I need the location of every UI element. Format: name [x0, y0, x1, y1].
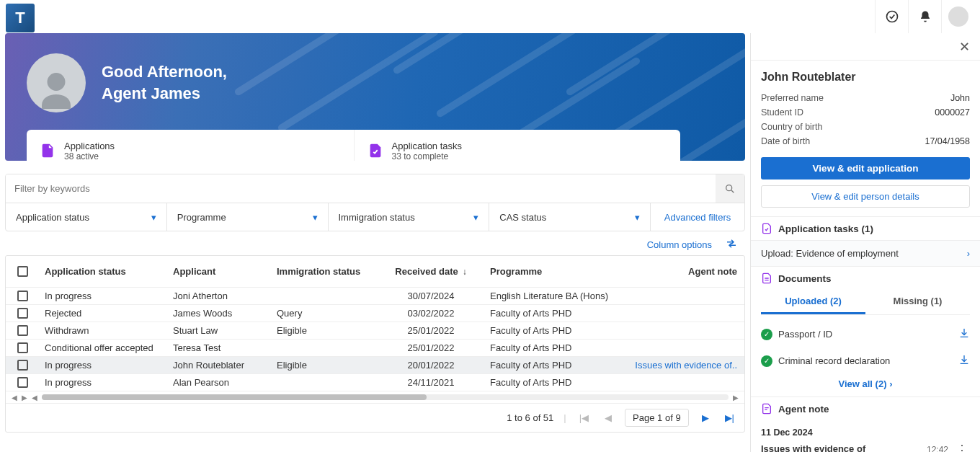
swap-columns-icon[interactable]: [725, 237, 738, 252]
col-programme[interactable]: Programme: [484, 266, 623, 277]
tasks-section-title: Application tasks (1): [778, 223, 873, 234]
dashboard-banner: Good Afternoon, Agent James Applications…: [5, 33, 745, 161]
chevron-down-icon: ▾: [313, 212, 318, 223]
pager-next[interactable]: ▶: [699, 412, 712, 423]
applications-sub: 38 active: [64, 151, 115, 161]
tab-missing[interactable]: Missing (1): [865, 290, 970, 314]
download-icon[interactable]: [958, 354, 970, 368]
keyword-filter-input[interactable]: [6, 174, 716, 203]
col-applicant[interactable]: Applicant: [167, 266, 271, 277]
greeting-line1: Good Afternoon,: [102, 63, 227, 81]
row-checkbox[interactable]: [17, 342, 28, 353]
chevron-down-icon: ▾: [151, 212, 156, 223]
filter-cas-status[interactable]: CAS status ▾: [489, 203, 651, 231]
summary-applications[interactable]: Applications 38 active: [27, 130, 354, 161]
greeting-text: Good Afternoon, Agent James: [102, 61, 227, 104]
user-avatar[interactable]: [941, 0, 974, 33]
view-edit-application-button[interactable]: View & edit application: [761, 157, 970, 180]
pager-range: 1 to 6 of 51: [507, 412, 553, 423]
filter-application-status[interactable]: Application status ▾: [6, 203, 167, 231]
table-row[interactable]: Withdrawn Stuart Law Eligible 25/01/2022…: [6, 322, 744, 340]
agent-avatar: [27, 53, 86, 112]
col-status[interactable]: Application status: [39, 266, 167, 277]
note-icon: [761, 403, 772, 415]
tab-uploaded[interactable]: Uploaded (2): [761, 290, 865, 314]
table-row[interactable]: In progress John Routeblater Eligible 20…: [6, 357, 744, 374]
tasks-title: Application tasks: [392, 141, 463, 151]
chevron-right-icon: ›: [889, 378, 892, 389]
agent-note-link[interactable]: Issues with evidence of..: [623, 360, 744, 371]
row-checkbox[interactable]: [17, 291, 28, 301]
hscroll-left-icon[interactable]: ◀: [32, 394, 37, 402]
col-received[interactable]: Received date↓: [378, 266, 484, 277]
notifications-icon[interactable]: [908, 0, 941, 33]
pager-prev[interactable]: ◀: [602, 412, 615, 423]
sort-desc-icon: ↓: [463, 267, 467, 277]
column-options-link[interactable]: Column options: [647, 239, 712, 250]
col-immigration[interactable]: Immigration status: [271, 266, 378, 277]
filter-bar: Application status ▾ Programme ▾ Immigra…: [5, 174, 745, 231]
pager-first[interactable]: |◀: [576, 412, 592, 423]
approve-icon[interactable]: [875, 0, 908, 33]
note-title: Issues with evidence of employment: [761, 443, 921, 452]
note-date: 11 Dec 2024: [751, 420, 980, 440]
chevron-right-icon: ›: [967, 248, 970, 259]
detail-side-panel: ✕ John Routeblater Preferred nameJohn St…: [750, 33, 980, 452]
hscroll-right-icon[interactable]: ▶: [733, 394, 739, 402]
view-edit-person-button[interactable]: View & edit person details: [761, 185, 970, 208]
agent-note-section-title: Agent note: [778, 404, 829, 415]
scroll-left-icon[interactable]: ◀: [12, 394, 17, 402]
hscroll-thumb[interactable]: [42, 394, 427, 400]
col-note[interactable]: Agent note: [623, 266, 744, 277]
filter-programme[interactable]: Programme ▾: [167, 203, 329, 231]
row-checkbox[interactable]: [17, 360, 28, 371]
chevron-down-icon: ▾: [473, 212, 478, 223]
scroll-right-icon[interactable]: ▶: [22, 394, 27, 402]
task-item[interactable]: Upload: Evidence of employment ›: [751, 240, 980, 266]
table-row[interactable]: In progress Alan Pearson 24/11/2021 Facu…: [6, 374, 744, 391]
check-badge-icon: ✓: [761, 355, 772, 367]
note-time: 12:42: [927, 445, 948, 452]
tasks-sub: 33 to complete: [392, 151, 463, 161]
select-all-checkbox[interactable]: [17, 266, 28, 277]
tasks-icon: [761, 223, 772, 234]
applications-title: Applications: [64, 141, 115, 151]
row-checkbox[interactable]: [17, 377, 28, 388]
row-checkbox[interactable]: [17, 325, 28, 336]
row-checkbox[interactable]: [17, 308, 28, 319]
table-row[interactable]: Conditional offer accepted Teresa Test 2…: [6, 340, 744, 357]
filter-immigration-status[interactable]: Immigration status ▾: [329, 203, 490, 231]
table-row[interactable]: Rejected James Woods Query 03/02/2022 Fa…: [6, 305, 744, 322]
applications-table: Application status Applicant Immigration…: [5, 255, 745, 433]
documents-icon: [761, 272, 772, 284]
download-icon[interactable]: [958, 327, 970, 341]
document-row: ✓ Passport / ID: [751, 321, 980, 347]
pager-last[interactable]: ▶|: [722, 412, 737, 423]
document-row: ✓ Criminal record declaration: [751, 347, 980, 374]
pager-page[interactable]: Page 1 of 9: [625, 409, 689, 427]
view-all-documents[interactable]: View all (2) ›: [751, 374, 980, 396]
advanced-filters-link[interactable]: Advanced filters: [651, 203, 744, 231]
note-menu-icon[interactable]: ⋮: [954, 443, 970, 452]
greeting-line2: Agent James: [102, 83, 227, 105]
app-logo[interactable]: T: [6, 4, 35, 32]
close-panel-icon[interactable]: ✕: [751, 33, 980, 61]
documents-section-title: Documents: [778, 273, 832, 284]
applicant-name: John Routeblater: [761, 71, 970, 84]
table-row[interactable]: In progress Joni Atherton 30/07/2024 Eng…: [6, 288, 744, 305]
svg-point-1: [726, 185, 732, 190]
svg-point-0: [886, 12, 897, 22]
summary-tasks[interactable]: Application tasks 33 to complete: [354, 130, 681, 161]
hscroll-track[interactable]: [42, 394, 729, 400]
check-badge-icon: ✓: [761, 329, 772, 340]
search-icon[interactable]: [716, 174, 744, 203]
chevron-down-icon: ▾: [635, 212, 640, 223]
